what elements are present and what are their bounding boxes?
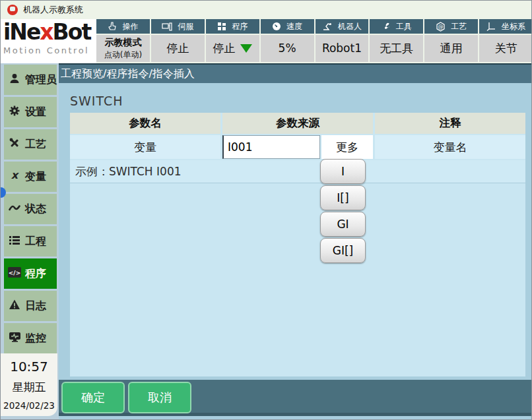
brand-name: iNexBot: [3, 20, 96, 44]
dropdown-option-i-array[interactable]: I[]: [320, 185, 366, 210]
dropdown-option-i[interactable]: I: [320, 159, 366, 184]
tools-icon: [8, 137, 21, 152]
user-icon: [8, 73, 21, 87]
servo-status[interactable]: 停止: [151, 35, 205, 62]
clock-panel: 10:57 星期五 2024/02/23: [1, 353, 57, 416]
code-icon: </>: [8, 266, 21, 281]
speed-value[interactable]: 5%: [261, 35, 314, 62]
sidebar-item-log[interactable]: 日志: [4, 291, 57, 321]
tab-program[interactable]: 程序: [206, 19, 259, 34]
brand-logo: iNexBot Motion Control: [1, 19, 96, 63]
more-dropdown: I I[] GI GI[]: [320, 159, 366, 263]
tool-selector[interactable]: 无工具: [370, 35, 423, 62]
dropdown-option-gi-array[interactable]: GI[]: [320, 238, 366, 263]
breadcrumb: 工程预览/程序指令/指令插入: [59, 63, 532, 83]
main-content: 工程预览/程序指令/指令插入 SWITCH 参数名 参数来源 注释 变量 I00…: [59, 63, 532, 420]
status-icon: [8, 202, 21, 216]
clock-weekday: 星期五: [13, 380, 46, 395]
list-icon: [8, 234, 21, 249]
comment-cell: 变量名: [375, 135, 525, 159]
clock-time: 10:57: [10, 359, 48, 375]
tab-coordinate[interactable]: 坐标系: [479, 19, 532, 34]
robot-icon: [322, 22, 333, 31]
tab-servo[interactable]: 伺服: [151, 19, 205, 34]
table-row: 变量 I001 更多 变量名: [70, 135, 525, 159]
speed-icon: [272, 22, 281, 31]
monitor-icon: [8, 331, 21, 345]
svg-text:x: x: [11, 169, 20, 181]
param-name-cell: 变量: [70, 135, 220, 159]
sidebar-item-project[interactable]: 工程: [4, 226, 57, 256]
variable-icon: x: [8, 169, 21, 184]
hand-icon: [108, 22, 117, 31]
robot-selector[interactable]: Robot1: [316, 35, 369, 62]
sidebar-item-settings[interactable]: 设置: [4, 97, 57, 127]
brand-subtitle: Motion Control: [3, 45, 96, 55]
command-title: SWITCH: [70, 94, 123, 108]
app-icon: [7, 5, 18, 15]
variable-source-input[interactable]: I001: [222, 135, 320, 159]
coordinate-selector[interactable]: 关节: [479, 35, 532, 62]
app-window: 机器人示教系统 iNexBot Motion Control 操作 伺服 程序 …: [0, 0, 532, 420]
process-icon: @: [436, 22, 446, 32]
toolbar-tabs: 操作 伺服 程序 速度 机器人 工具 @ 工艺 坐标系: [96, 19, 532, 34]
sidebar-item-status[interactable]: 状态: [4, 194, 57, 224]
sidebar: 管理员 设置 工艺 x 变量 状态 工程 </> 程序 日志: [1, 63, 59, 420]
window-title: 机器人示教系统: [23, 4, 83, 16]
bottom-action-bar: 确定 取消: [59, 380, 532, 416]
tab-speed[interactable]: 速度: [261, 19, 314, 34]
dropdown-option-gi[interactable]: GI: [320, 212, 366, 237]
toolbar-values: 示教模式 点动(单动) 停止 停止 5% Robot1 无工具 通用 关节: [96, 35, 532, 62]
column-header-param-source: 参数来源: [222, 113, 373, 134]
tab-operation[interactable]: 操作: [96, 19, 150, 34]
more-button[interactable]: 更多: [321, 135, 373, 159]
sidebar-item-monitor[interactable]: 监控: [4, 323, 57, 353]
clock-date: 2024/02/23: [3, 400, 55, 411]
example-row: 示例：SWITCH I001: [70, 160, 525, 183]
tab-process[interactable]: @ 工艺: [424, 19, 478, 34]
sidebar-item-variable[interactable]: x 变量: [4, 162, 57, 192]
mode-indicator[interactable]: 示教模式 点动(单动): [96, 35, 150, 62]
servo-icon: [162, 22, 172, 31]
title-bar: 机器人示教系统: [1, 1, 531, 19]
tab-robot[interactable]: 机器人: [316, 19, 369, 34]
warning-icon: [8, 299, 21, 313]
column-header-param-name: 参数名: [70, 113, 220, 134]
confirm-button[interactable]: 确定: [61, 382, 125, 413]
table-header-row: 参数名 参数来源 注释: [70, 113, 525, 134]
sidebar-item-program[interactable]: </> 程序: [4, 258, 57, 289]
tool-icon: [382, 22, 391, 31]
svg-text:@: @: [438, 24, 444, 30]
cancel-button[interactable]: 取消: [128, 382, 191, 413]
column-header-comment: 注释: [375, 113, 525, 134]
program-icon: [217, 22, 226, 31]
program-status[interactable]: 停止: [206, 35, 259, 62]
coord-icon: [486, 22, 496, 31]
dropdown-triangle-icon: [240, 44, 252, 53]
gear-icon: [8, 105, 21, 119]
sidebar-item-process[interactable]: 工艺: [4, 129, 57, 160]
param-source-cell: I001 更多: [222, 135, 373, 159]
tab-tool[interactable]: 工具: [370, 19, 423, 34]
process-selector[interactable]: 通用: [424, 35, 478, 62]
sidebar-item-admin[interactable]: 管理员: [4, 65, 57, 95]
svg-text:</>: </>: [9, 270, 20, 276]
